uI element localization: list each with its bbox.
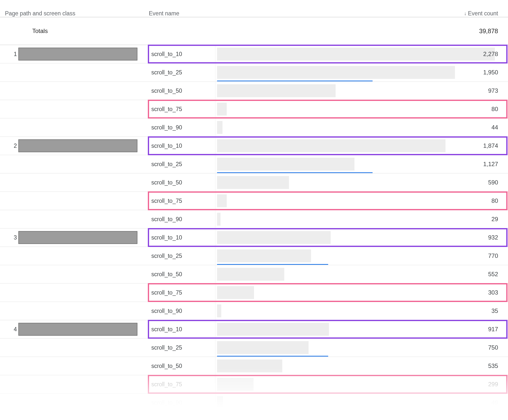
row-index <box>0 82 18 100</box>
event-count-cell: 590 <box>488 179 498 186</box>
report-table: Page path and screen class Event name ↓ … <box>0 0 508 412</box>
table-row[interactable]: 1scroll_to_102,278 <box>0 45 508 63</box>
row-index <box>0 265 18 283</box>
event-name-cell: scroll_to_90 <box>146 119 212 136</box>
bar-cell: 750 <box>212 339 508 357</box>
redacted-page-path <box>18 231 137 244</box>
value-bar <box>217 323 329 336</box>
median-line <box>217 264 328 265</box>
row-index <box>0 247 18 265</box>
value-bar <box>217 341 309 354</box>
event-count-cell: 552 <box>488 271 498 278</box>
event-count-cell: 299 <box>488 381 498 388</box>
event-count-cell: 44 <box>491 124 498 131</box>
row-index <box>0 210 18 228</box>
redacted-page-path <box>18 323 137 336</box>
table-row[interactable]: scroll_to_251,127 <box>0 155 508 174</box>
row-index <box>0 119 18 136</box>
page-path-cell <box>18 265 146 283</box>
table-row[interactable]: scroll_to_9035 <box>0 302 508 320</box>
table-row[interactable]: scroll_to_9044 <box>0 119 508 137</box>
value-bar <box>217 158 354 171</box>
column-header-page-path[interactable]: Page path and screen class <box>0 10 149 17</box>
table-row[interactable]: 3scroll_to_10932 <box>0 229 508 247</box>
value-bar <box>217 268 284 281</box>
table-row[interactable]: scroll_to_251,950 <box>0 63 508 82</box>
median-line <box>217 172 373 173</box>
table-row[interactable]: 2scroll_to_101,874 <box>0 137 508 155</box>
event-count-cell: 932 <box>488 234 498 241</box>
page-path-cell <box>18 302 146 320</box>
page-path-cell <box>18 394 146 412</box>
table-row[interactable]: scroll_to_9049 <box>0 394 508 412</box>
bar-cell: 1,874 <box>212 137 508 155</box>
event-count-cell: 1,127 <box>483 161 498 168</box>
bar-cell: 49 <box>212 394 508 412</box>
page-path-cell <box>18 155 146 173</box>
event-name-cell: scroll_to_10 <box>146 137 212 155</box>
page-path-cell <box>18 100 146 118</box>
value-bar <box>217 121 222 134</box>
bar-cell: 2,278 <box>212 45 508 63</box>
redacted-page-path <box>18 139 137 152</box>
page-path-cell <box>18 192 146 210</box>
event-name-cell: scroll_to_10 <box>146 229 212 246</box>
bar-cell: 44 <box>212 119 508 136</box>
table-row[interactable]: 4scroll_to_10917 <box>0 320 508 339</box>
table-row[interactable]: scroll_to_25770 <box>0 247 508 265</box>
event-count-cell: 49 <box>491 399 498 406</box>
event-count-cell: 973 <box>488 87 498 94</box>
table-row[interactable]: scroll_to_7580 <box>0 192 508 210</box>
totals-row: Totals 39,878 <box>0 17 508 45</box>
value-bar <box>217 48 495 60</box>
column-header-event-name[interactable]: Event name <box>149 10 215 17</box>
table-row[interactable]: scroll_to_50552 <box>0 265 508 284</box>
row-index: 1 <box>0 45 18 63</box>
event-count-cell: 1,950 <box>483 69 498 76</box>
event-name-cell: scroll_to_75 <box>146 284 212 301</box>
event-count-cell: 535 <box>488 362 498 369</box>
row-index <box>0 375 18 393</box>
event-name-cell: scroll_to_25 <box>146 155 212 173</box>
event-count-cell: 35 <box>491 307 498 314</box>
median-line <box>217 81 373 81</box>
page-path-cell <box>18 284 146 301</box>
value-bar <box>217 378 254 391</box>
bar-cell: 1,127 <box>212 155 508 173</box>
bar-cell: 299 <box>212 375 508 393</box>
event-name-cell: scroll_to_75 <box>146 100 212 118</box>
bar-cell: 35 <box>212 302 508 320</box>
event-name-cell: scroll_to_90 <box>146 394 212 412</box>
table-row[interactable]: scroll_to_50535 <box>0 357 508 375</box>
event-name-cell: scroll_to_10 <box>146 320 212 338</box>
row-index: 4 <box>0 320 18 338</box>
table-row[interactable]: scroll_to_50973 <box>0 82 508 100</box>
event-count-cell: 80 <box>491 197 498 204</box>
bar-cell: 29 <box>212 210 508 228</box>
bar-cell: 932 <box>212 229 508 246</box>
column-header-event-count[interactable]: ↓ Event count <box>215 10 508 17</box>
row-index <box>0 394 18 412</box>
table-row[interactable]: scroll_to_50590 <box>0 174 508 192</box>
value-bar <box>217 286 254 299</box>
table-row[interactable]: scroll_to_75299 <box>0 375 508 394</box>
median-line <box>217 356 328 357</box>
value-bar <box>217 84 336 97</box>
table-row[interactable]: scroll_to_9029 <box>0 210 508 229</box>
event-name-cell: scroll_to_50 <box>146 82 212 100</box>
table-row[interactable]: scroll_to_75303 <box>0 284 508 302</box>
event-name-cell: scroll_to_25 <box>146 339 212 357</box>
event-name-cell: scroll_to_90 <box>146 210 212 228</box>
row-index <box>0 192 18 210</box>
table-row[interactable]: scroll_to_25750 <box>0 339 508 357</box>
bar-cell: 535 <box>212 357 508 375</box>
row-index <box>0 100 18 118</box>
event-count-cell: 29 <box>491 216 498 223</box>
row-index: 3 <box>0 229 18 246</box>
table-row[interactable]: scroll_to_7580 <box>0 100 508 119</box>
event-count-cell: 750 <box>488 344 498 351</box>
page-path-cell <box>18 247 146 265</box>
row-index <box>0 63 18 81</box>
page-path-cell <box>18 210 146 228</box>
event-name-cell: scroll_to_25 <box>146 63 212 81</box>
